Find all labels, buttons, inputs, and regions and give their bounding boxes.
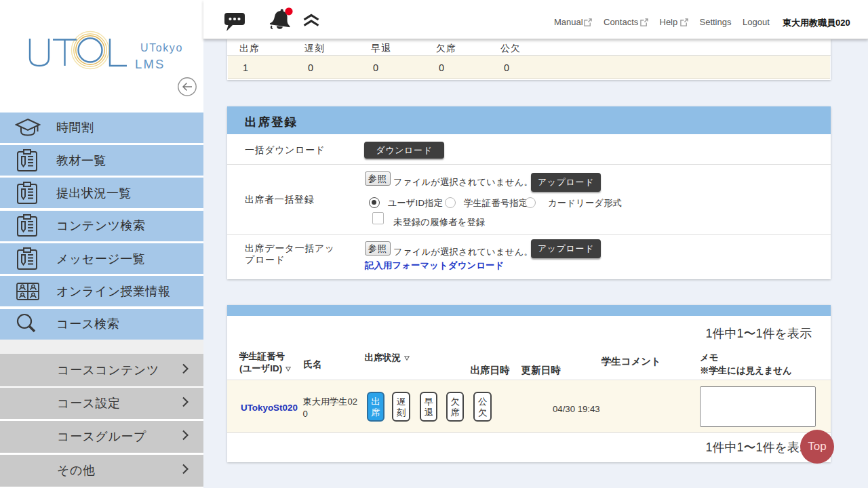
svg-text:LMS: LMS: [135, 57, 165, 71]
svg-text:UTokyo: UTokyo: [140, 42, 183, 54]
